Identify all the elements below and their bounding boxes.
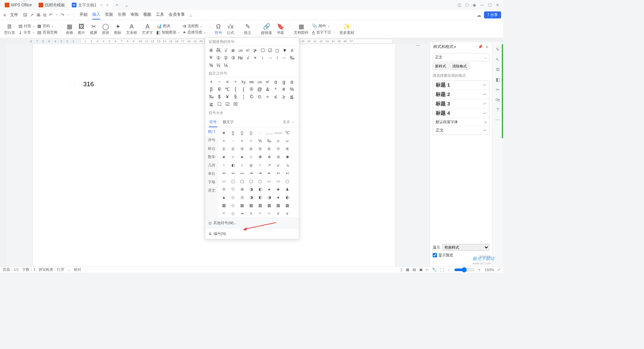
symbol-cell[interactable]: ☑ [223,100,231,108]
symbol-cell[interactable]: ‰ [265,137,274,145]
symbol-cell[interactable]: ★ [237,153,247,161]
symbol-cell[interactable]: ◇ [228,209,237,217]
cat-math[interactable]: 数学 [205,153,218,161]
symbol-cell[interactable]: ↗ [265,161,274,169]
cat-lang[interactable]: 语文 [205,186,218,195]
symbol-cell[interactable]: ↠ [237,209,247,217]
style-body[interactable]: 正文↵ [433,126,489,135]
tab-more[interactable]: 更多 ＞ [282,117,296,127]
symbol-cell[interactable]: ψ [247,161,256,169]
rb-blank-page[interactable]: 🗎空白页 [3,23,16,35]
symbol-cell[interactable]: ▲ [219,193,228,201]
rb-icon[interactable]: ✦图标 [113,23,123,35]
tab-templates[interactable]: 找稻壳模板 [35,0,68,10]
symbol-cell[interactable]: {} [237,129,247,137]
symbol-cell[interactable]: ↘ [283,161,292,169]
rb-wordart[interactable]: A艺术字 [141,23,154,35]
symbol-cell[interactable]: @ [256,86,264,93]
symbol-cell[interactable]: ▢ [228,177,237,185]
menu-reference[interactable]: 引用 [118,10,126,19]
zoom-out-button[interactable]: － [447,267,451,272]
tool-more-icon[interactable]: ⋯ [495,117,500,122]
share-button[interactable]: ⤴ 分享 [484,11,501,18]
symbol-cell[interactable]: ◎ [237,193,247,201]
symbol-cell[interactable]: ♀ [256,161,265,169]
symbol-cell[interactable]: ◇ [228,201,237,209]
hamburger-icon[interactable]: ≡ [2,12,7,18]
menu-member[interactable]: 会员专享 [169,10,185,19]
symbol-cell[interactable]: ɑ [288,78,296,86]
rb-flowchart[interactable]: ⇉流程图⌄ [182,23,206,29]
rb-comment[interactable]: ✎批注 [243,23,253,35]
undo-icon[interactable]: ↶ [49,12,53,18]
symbol-cell[interactable]: ③ [229,54,237,61]
symbol-cell[interactable]: & [264,86,272,93]
symbol-cell[interactable]: ▦ [219,201,228,209]
symbol-cell[interactable]: α [272,78,280,86]
symbol-cell[interactable]: ↠ [256,169,265,177]
rb-dropcap[interactable]: A̲首字下沉 [312,30,331,35]
symbol-cell[interactable]: ● [274,193,283,201]
symbol-cell[interactable]: ↦ [237,169,247,177]
style-default-para[interactable]: 默认段落字体a [433,118,489,126]
symbol-cell[interactable]: ⊙ [256,93,264,100]
rb-cover[interactable]: ▤封面⌄ [18,23,35,29]
symbol-cell[interactable]: ♀ [219,161,228,169]
symbol-cell[interactable]: ½ [215,61,222,69]
symbol-cell[interactable]: · [256,129,265,137]
symbol-cell[interactable]: ≥ [280,93,288,100]
symbol-cell[interactable]: ‰ [288,54,296,61]
expand-icon[interactable]: ⤢ [497,267,500,272]
minimize-button[interactable]: — [480,3,484,7]
symbol-cell[interactable]: ↣ [228,169,237,177]
play-icon[interactable]: ▷ [426,267,429,272]
symbol-cell[interactable]: ≧ [207,100,215,108]
symbol-cell[interactable]: ∧ [274,209,283,217]
symbol-cell[interactable]: ▼ [281,47,288,54]
symbol-cell[interactable]: ▦ [247,201,256,209]
symbol-cell[interactable]: ÷ [231,78,239,86]
symbol-cell[interactable]: ↢ [274,169,283,177]
symbol-cell[interactable]: ▭ [219,177,228,185]
symbol-cell[interactable]: ¦ [239,93,248,100]
symbol-cell[interactable]: ↢ [283,169,292,177]
symbol-cell[interactable]: ★ [219,153,228,161]
tab-emoji[interactable]: 颜文字 [222,117,234,127]
tool-help-icon[interactable]: ? [496,107,499,112]
zoom-in-button[interactable]: ＋ [478,267,481,272]
symbol-cell[interactable]: ÷ [265,209,274,217]
undo-dd-icon[interactable]: ⌄ [55,12,58,18]
symbol-cell[interactable]: ≡ [247,209,256,217]
symbol-cell[interactable]: ≠ [288,47,296,54]
status-words[interactable]: 字数：1 [22,267,35,272]
rb-shape[interactable]: ◯形状 [101,23,111,35]
rb-pagebreak[interactable]: ⤓分页⌄ [18,30,35,35]
symbol-cell[interactable]: ㎝ [237,47,244,54]
symbol-cell[interactable]: ▦ [283,201,292,209]
rb-picture[interactable]: 🖼图片 [76,23,87,35]
symbol-cell[interactable]: ▦ [237,201,247,209]
symbol-cell[interactable]: ( [239,86,248,93]
symbol-cell[interactable]: ≤ [272,93,280,100]
symbol-cell[interactable]: √ [244,54,252,61]
symbol-cell[interactable]: { [231,86,239,93]
menu-tools[interactable]: 工具 [156,10,164,19]
document-text[interactable]: 316 [83,81,94,88]
symbol-cell[interactable]: ⑥ [265,145,274,153]
cat-hot[interactable]: 热门 [205,128,218,136]
symbol-cell[interactable]: ② [222,54,229,61]
symbol-cell[interactable]: ☐ [259,47,266,54]
rb-symbol[interactable]: Ω符号 [213,23,223,35]
menu-view[interactable]: 视图 [143,10,151,19]
search-icon[interactable]: ⌕ [190,12,192,18]
symbol-cell[interactable]: ☑ [266,47,274,54]
rb-pagenum[interactable]: ▦页码⌄ [37,23,57,29]
symbol-cell[interactable]: ④ [247,145,256,153]
symbol-cell[interactable]: ＋ [207,78,215,86]
symbol-cell[interactable]: • [219,209,228,217]
numbering-button[interactable]: ⇊ 编号(N) [205,228,299,239]
symbol-cell[interactable]: * [272,86,280,93]
export-icon[interactable]: ↗ [30,12,34,18]
symbol-cell[interactable]: ◐ [283,193,292,201]
symbol-cell[interactable]: ◐ [228,161,237,169]
